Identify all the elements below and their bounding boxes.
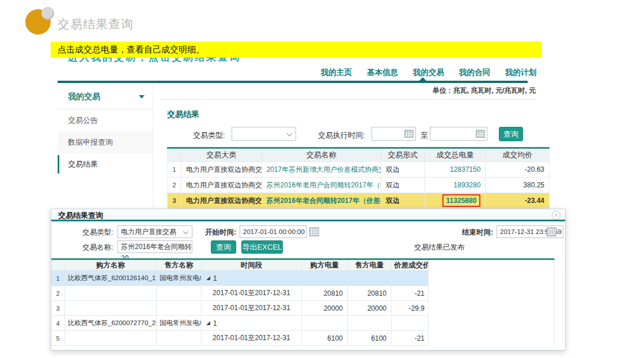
- publish-status: 交易结果已发布: [414, 243, 465, 253]
- exec-time-from-input[interactable]: [372, 127, 416, 141]
- screen: 交易结果查询 点击成交总电量，查看自己成交明细。 进入我的交易，点击交易结果查询…: [0, 0, 644, 358]
- obscured-heading: 进入我的交易，点击交易结果查询成交: [68, 58, 241, 64]
- col-period: 时间段: [202, 260, 302, 270]
- col-spread-price: 价差成交价格: [392, 260, 429, 270]
- tab-my-home[interactable]: 我的主页: [320, 67, 353, 78]
- col-seller: 售方名称: [157, 260, 202, 270]
- tab-my-trade[interactable]: 我的交易: [412, 67, 445, 78]
- chevron-down-icon: [139, 95, 145, 99]
- detail-row-group[interactable]: 4 比欧西气体苏_6200072770_20kV 国电常州发电#1-2 1: [51, 316, 429, 331]
- col-buy-volume: 购方电量: [302, 260, 348, 270]
- results-table-header: 交易大类 交易名称 交易形式 成交总电量 成交均价: [167, 149, 550, 162]
- top-nav: 我的主页 基本信息 我的交易 我的合同 我的计划: [320, 67, 537, 78]
- total-volume-link-callout[interactable]: 11325880: [442, 194, 481, 207]
- logo-dot-icon: [41, 7, 54, 20]
- end-time-label: 结束时间:: [462, 228, 493, 238]
- trade-name-link[interactable]: 苏州2016年老合同顺转2017年（价差模式）: [267, 196, 381, 206]
- query-button[interactable]: 查询: [499, 127, 523, 141]
- sidebar-item-trade-notice[interactable]: 交易公告: [58, 110, 153, 131]
- col-buyer: 购方名称: [65, 260, 157, 270]
- annotation-text: 点击成交总电量，查看自己成交明细。: [51, 42, 541, 58]
- start-time-input[interactable]: 2017-01-01 00:00:00: [240, 225, 306, 238]
- dialog-type-label: 交易类型:: [82, 228, 113, 238]
- calendar-icon[interactable]: [547, 227, 556, 236]
- detail-table-header: 购方名称 售方名称 时间段 购方电量 售方电量 价差成交价格: [51, 260, 429, 271]
- chevron-down-icon: [183, 229, 189, 235]
- col-total-volume: 成交总电量: [425, 149, 486, 161]
- calendar-icon[interactable]: [476, 130, 485, 138]
- tab-basic-info[interactable]: 基本信息: [366, 67, 399, 78]
- to-label: 至: [421, 130, 428, 141]
- trade-type-select[interactable]: [232, 127, 296, 141]
- detail-row[interactable]: 5 2017-01-01至2017-12-31 6100 6100 -21: [51, 331, 429, 346]
- trade-result-dialog: 交易结果查询 × 交易类型: 电力用户直接交易 开始时间: 2017-01-01…: [51, 209, 566, 351]
- table-row: 2 电力用户直接双边协商交易 苏州2016年老用户合同顺转2017年（输配模式）…: [167, 178, 550, 193]
- detail-row[interactable]: 3 2017-01-01至2017-12-31 20000 20000 -29.…: [51, 301, 429, 316]
- dialog-query-button[interactable]: 查询: [211, 240, 236, 254]
- exec-time-label: 交易执行时间:: [318, 130, 365, 141]
- sidebar-item-data-declare-query[interactable]: 数据申报查询: [58, 131, 153, 153]
- trade-name-link[interactable]: 苏州2016年老用户合同顺转2017年（输配模式）: [267, 180, 381, 190]
- trade-name-link[interactable]: 2017年苏州新增大用户价差模式协商交易: [267, 165, 381, 175]
- detail-row-group-selected[interactable]: 1 比欧西气体苏_6200126140_110kV 国电常州发电#1-2 1: [51, 271, 429, 286]
- table-row-highlighted: 3 电力用户直接双边协商交易 苏州2016年老合同顺转2017年（价差模式） 双…: [167, 193, 550, 209]
- content-divider: [160, 99, 536, 100]
- units-note: 单位：兆瓦, 兆瓦时, 元/兆瓦时, 元: [346, 86, 536, 96]
- trade-type-label: 交易类型:: [193, 130, 225, 141]
- start-time-label: 开始时间:: [205, 228, 236, 238]
- exec-time-to-input[interactable]: [430, 127, 487, 141]
- section-title: 交易结果: [167, 110, 199, 120]
- table-row: 1 电力用户直接双边协商交易 2017年苏州新增大用户价差模式协商交易 双边 1…: [167, 162, 550, 178]
- dialog-title-bar[interactable]: 交易结果查询 ×: [51, 209, 565, 221]
- dialog-title: 交易结果查询: [51, 209, 565, 221]
- col-name: 交易名称: [262, 149, 381, 161]
- trade-name-label: 交易名称:: [82, 243, 113, 253]
- chevron-down-icon: [287, 131, 293, 137]
- calendar-icon[interactable]: [309, 227, 319, 236]
- tab-my-plan[interactable]: 我的计划: [505, 67, 537, 78]
- expand-triangle-icon[interactable]: [206, 321, 210, 325]
- page-title: 交易结果查询: [58, 16, 134, 32]
- calendar-icon[interactable]: [404, 130, 414, 138]
- close-icon[interactable]: ×: [552, 211, 560, 220]
- detail-table: 购方名称 售方名称 时间段 购方电量 售方电量 价差成交价格 1 比欧西气体苏_…: [51, 258, 555, 346]
- sidebar-item-trade-result[interactable]: 交易结果: [58, 153, 153, 175]
- tab-my-contract[interactable]: 我的合同: [459, 67, 491, 78]
- col-sell-volume: 售方电量: [348, 260, 392, 270]
- col-form: 交易形式: [381, 149, 425, 161]
- export-excel-button[interactable]: 导出EXCEL: [241, 240, 283, 254]
- col-avg-price: 成交均价: [486, 149, 549, 161]
- dialog-type-select[interactable]: 电力用户直接交易: [118, 225, 192, 238]
- detail-row[interactable]: 2 2017-01-01至2017-12-31 20810 20810 -21: [51, 286, 429, 301]
- expand-triangle-icon[interactable]: [206, 276, 210, 280]
- annotation-banner: 点击成交总电量，查看自己成交明细。: [51, 42, 541, 58]
- total-volume-link[interactable]: 12837150: [450, 165, 480, 174]
- trade-name-select[interactable]: 苏州2016年老合同顺转20: [118, 240, 192, 253]
- sidebar: 我的交易 交易公告 数据申报查询 交易结果: [58, 83, 153, 209]
- total-volume-link[interactable]: 1893280: [454, 181, 481, 189]
- sidebar-header-my-trade[interactable]: 我的交易: [58, 83, 153, 110]
- col-category: 交易大类: [181, 149, 262, 161]
